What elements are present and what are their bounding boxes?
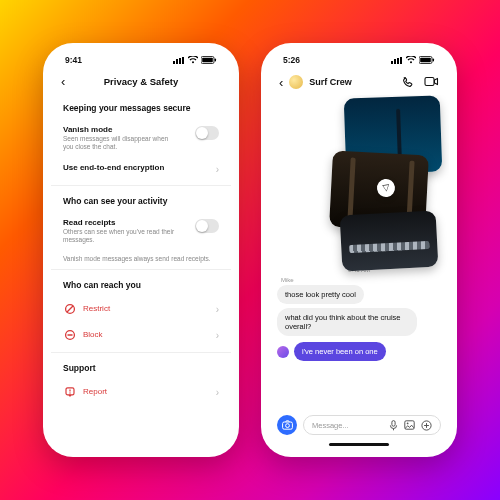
chevron-right-icon: › xyxy=(216,165,219,175)
gallery-icon[interactable] xyxy=(404,420,415,431)
incoming-bubble[interactable]: those look pretty cool xyxy=(277,285,364,304)
avatar[interactable] xyxy=(289,75,303,89)
status-time: 9:41 xyxy=(65,55,82,65)
svg-rect-11 xyxy=(420,58,431,63)
battery-icon xyxy=(419,56,435,64)
restrict-icon xyxy=(63,303,77,315)
back-button[interactable]: ‹ xyxy=(279,75,283,90)
chat-header: ‹ Surf Crew xyxy=(269,69,449,95)
svg-rect-13 xyxy=(425,77,434,85)
svg-point-18 xyxy=(407,422,409,424)
section-heading-secure: Keeping your messages secure xyxy=(63,103,219,113)
section-heading-reach: Who can reach you xyxy=(63,280,219,290)
add-icon[interactable] xyxy=(421,420,432,431)
svg-rect-12 xyxy=(433,59,434,62)
row-vanish-mode[interactable]: Vanish mode Seen messages will disappear… xyxy=(63,119,219,157)
camera-button[interactable] xyxy=(277,415,297,435)
chat-body[interactable]: ▽ 9:41 AM Mike those look pretty cool wh… xyxy=(269,95,449,413)
svg-rect-2 xyxy=(215,59,216,62)
video-icon[interactable] xyxy=(424,76,439,89)
signal-icon xyxy=(173,57,185,64)
chevron-right-icon: › xyxy=(216,388,219,398)
svg-rect-16 xyxy=(392,420,395,426)
svg-line-4 xyxy=(67,305,73,311)
message-placeholder: Message... xyxy=(312,421,349,430)
message-input[interactable]: Message... xyxy=(303,415,441,435)
self-avatar xyxy=(277,346,289,358)
mic-icon[interactable] xyxy=(389,420,398,431)
svg-point-15 xyxy=(285,424,289,428)
signal-icon xyxy=(391,57,403,64)
wifi-icon xyxy=(406,56,416,64)
call-icon[interactable] xyxy=(401,76,414,89)
row-label: Use end-to-end encryption xyxy=(63,163,196,172)
sender-name: Mike xyxy=(281,277,441,283)
row-label: Restrict xyxy=(83,304,216,313)
svg-rect-14 xyxy=(282,422,292,429)
phone-chat: 5:26 ‹ Surf Crew xyxy=(261,43,457,457)
row-label: Read receipts xyxy=(63,218,175,227)
chevron-right-icon: › xyxy=(216,305,219,315)
row-sublabel: Others can see when you've read their me… xyxy=(63,228,175,244)
outgoing-bubble[interactable]: i've never been on one xyxy=(294,342,386,361)
row-read-receipts[interactable]: Read receipts Others can see when you've… xyxy=(63,212,219,250)
section-heading-activity: Who can see your activity xyxy=(63,196,219,206)
chevron-right-icon: › xyxy=(216,331,219,341)
block-icon xyxy=(63,329,77,341)
composer: Message... xyxy=(269,413,449,441)
status-time: 5:26 xyxy=(283,55,300,65)
divider xyxy=(51,269,231,270)
wifi-icon xyxy=(188,56,198,64)
svg-point-9 xyxy=(69,392,70,393)
row-label: Block xyxy=(83,330,216,339)
note-text: Vanish mode messages always send read re… xyxy=(63,255,219,263)
svg-rect-1 xyxy=(202,58,213,63)
divider xyxy=(51,352,231,353)
page-title: Privacy & Safety xyxy=(104,76,178,87)
row-block[interactable]: Block › xyxy=(63,322,219,348)
row-sublabel: Seen messages will disappear when you cl… xyxy=(63,135,175,151)
incoming-bubble[interactable]: what did you think about the cruise over… xyxy=(277,308,417,336)
toggle-read-receipts[interactable] xyxy=(195,219,219,233)
back-button[interactable]: ‹ xyxy=(61,75,65,88)
row-report[interactable]: Report › xyxy=(63,379,219,405)
divider xyxy=(51,185,231,186)
status-bar: 9:41 xyxy=(51,51,231,69)
photo-card[interactable] xyxy=(340,211,439,272)
report-icon xyxy=(63,386,77,398)
row-e2e-encryption[interactable]: Use end-to-end encryption › xyxy=(63,157,219,181)
nav-bar: ‹ Privacy & Safety xyxy=(51,69,231,93)
toggle-vanish[interactable] xyxy=(195,126,219,140)
status-bar: 5:26 xyxy=(269,51,449,69)
row-restrict[interactable]: Restrict › xyxy=(63,296,219,322)
row-label: Report xyxy=(83,387,216,396)
photo-stack[interactable]: ▽ xyxy=(329,97,441,257)
home-indicator xyxy=(269,441,449,449)
row-label: Vanish mode xyxy=(63,125,175,134)
section-heading-support: Support xyxy=(63,363,219,373)
battery-icon xyxy=(201,56,217,64)
phone-settings: 9:41 ‹ Privacy & Safety Keeping your mes… xyxy=(43,43,239,457)
chat-title[interactable]: Surf Crew xyxy=(309,77,395,87)
